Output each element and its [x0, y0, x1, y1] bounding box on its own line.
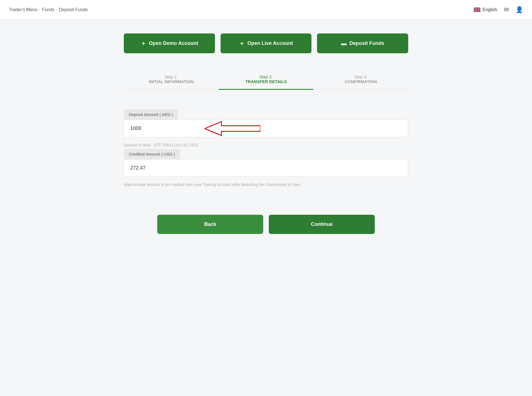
- breadcrumb-sep-1: ›: [39, 8, 40, 12]
- header: Trader's Menu › Funds › Deposit Funds En…: [0, 0, 532, 20]
- deposit-info: Deposit to Real - STP 25611 (421.62 USD): [124, 143, 408, 147]
- back-button[interactable]: Back: [157, 215, 263, 234]
- step2-label: TRANSFER DETAILS: [224, 79, 308, 84]
- step2-number: Step 2.: [259, 74, 273, 79]
- credited-amount-input-wrapper: [124, 159, 408, 177]
- language-selector[interactable]: English: [474, 7, 497, 12]
- breadcrumb-funds[interactable]: Funds: [42, 7, 54, 12]
- step3-label: CONFIRMATION: [319, 79, 403, 84]
- main-content: ＋ Open Demo Account ＋ Open Live Account …: [113, 20, 419, 248]
- approximate-note: Approximate amount to be credited onto y…: [124, 182, 408, 187]
- open-live-button[interactable]: ＋ Open Live Account: [221, 33, 312, 53]
- step-1[interactable]: Step 1. INITIAL INFORMATION: [124, 70, 219, 90]
- header-right: English ✉ 👤: [474, 6, 523, 13]
- step1-label: INITIAL INFORMATION: [129, 79, 213, 84]
- breadcrumb-deposit-funds: Deposit Funds: [59, 7, 88, 12]
- credited-amount-input[interactable]: [124, 160, 408, 177]
- language-label: English: [483, 7, 497, 12]
- step-3[interactable]: Step 3. CONFIRMATION: [313, 70, 408, 90]
- card-icon: ▬: [341, 40, 347, 47]
- breadcrumb-sep-2: ›: [56, 8, 57, 12]
- deposit-amount-wrapper: [124, 120, 408, 137]
- deposit-funds-label: Deposit Funds: [349, 40, 384, 46]
- deposit-amount-input-wrapper: [124, 120, 408, 137]
- plus-icon-demo: ＋: [141, 40, 146, 47]
- form-section: Deposit Amount ( AED ) Deposit to Real -…: [124, 104, 408, 206]
- breadcrumb: Trader's Menu › Funds › Deposit Funds: [9, 7, 88, 12]
- plus-icon-live: ＋: [239, 40, 245, 47]
- step3-number: Step 3.: [354, 74, 367, 79]
- bottom-buttons: Back Continue: [157, 215, 375, 234]
- deposit-funds-button[interactable]: ▬ Deposit Funds: [317, 33, 408, 53]
- deposit-amount-label: Deposit Amount ( AED ): [124, 109, 178, 120]
- steps: Step 1. INITIAL INFORMATION Step 2. TRAN…: [124, 70, 408, 90]
- credited-amount-label: Credited Amount ( USD ): [124, 149, 180, 159]
- deposit-amount-input[interactable]: [124, 120, 408, 137]
- breadcrumb-traders-menu[interactable]: Trader's Menu: [9, 7, 37, 12]
- steps-container: Step 1. INITIAL INFORMATION Step 2. TRAN…: [124, 70, 408, 90]
- continue-button[interactable]: Continue: [269, 215, 375, 234]
- flag-icon: [474, 8, 480, 12]
- open-demo-label: Open Demo Account: [149, 40, 198, 46]
- open-live-label: Open Live Account: [247, 40, 293, 46]
- step-2[interactable]: Step 2. TRANSFER DETAILS: [219, 70, 313, 90]
- user-icon[interactable]: 👤: [516, 6, 523, 13]
- mail-icon[interactable]: ✉: [504, 6, 509, 13]
- action-buttons: ＋ Open Demo Account ＋ Open Live Account …: [124, 33, 408, 53]
- open-demo-button[interactable]: ＋ Open Demo Account: [124, 33, 215, 53]
- step1-number: Step 1.: [165, 74, 178, 79]
